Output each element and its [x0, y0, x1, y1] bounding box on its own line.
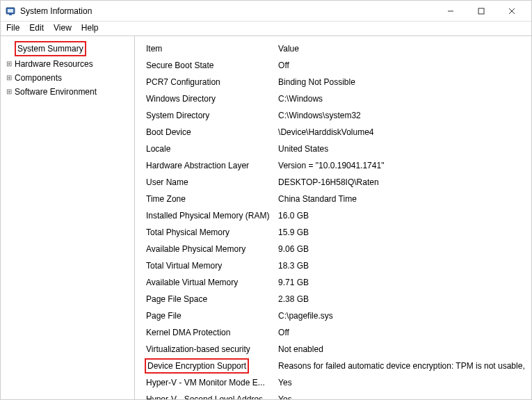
cell-value: United States: [274, 141, 529, 157]
cell-item: PCR7 Configuration: [142, 74, 274, 90]
cell-item: Hyper-V - VM Monitor Mode E...: [142, 374, 274, 391]
cell-value: Yes: [274, 374, 529, 391]
table-row[interactable]: Virtualization-based securityNot enabled: [142, 341, 529, 358]
table-row[interactable]: Windows DirectoryC:\Windows: [142, 90, 529, 107]
table-row[interactable]: PCR7 ConfigurationBinding Not Possible: [142, 74, 529, 90]
table-row[interactable]: Installed Physical Memory (RAM)16.0 GB: [142, 207, 529, 224]
expand-icon[interactable]: ⊞: [5, 58, 13, 70]
sidebar-item-components[interactable]: ⊞Components: [3, 71, 131, 85]
cell-value: 16.0 GB: [274, 207, 529, 224]
highlight-box: System Summary: [15, 41, 86, 56]
table-row[interactable]: User NameDESKTOP-16H58IQ\Raten: [142, 174, 529, 191]
cell-item: Available Physical Memory: [142, 241, 274, 257]
cell-item: System Directory: [142, 107, 274, 124]
cell-value: C:\Windows\system32: [274, 107, 529, 124]
cell-value: Binding Not Possible: [274, 74, 529, 90]
header-value[interactable]: Value: [274, 40, 529, 57]
cell-value: Reasons for failed automatic device encr…: [274, 358, 529, 374]
svg-rect-4: [478, 8, 484, 14]
svg-rect-2: [9, 14, 12, 15]
table-row[interactable]: Available Virtual Memory9.71 GB: [142, 274, 529, 291]
cell-value: C:\Windows: [274, 90, 529, 107]
cell-item: Device Encryption Support: [142, 358, 274, 374]
table-row[interactable]: Hyper-V - VM Monitor Mode E...Yes: [142, 374, 529, 391]
window-title: System Information: [20, 6, 435, 16]
cell-value: \Device\HarddiskVolume4: [274, 124, 529, 141]
cell-value: DESKTOP-16H58IQ\Raten: [274, 174, 529, 191]
cell-item: Locale: [142, 141, 274, 157]
expand-icon[interactable]: ⊞: [5, 72, 13, 84]
cell-item: Page File Space: [142, 291, 274, 307]
table-row[interactable]: Total Physical Memory15.9 GB: [142, 224, 529, 241]
table-row[interactable]: Time ZoneChina Standard Time: [142, 191, 529, 207]
table-row[interactable]: System DirectoryC:\Windows\system32: [142, 107, 529, 124]
cell-item: Total Physical Memory: [142, 224, 274, 241]
cell-value: 9.71 GB: [274, 274, 529, 291]
cell-value: China Standard Time: [274, 191, 529, 207]
cell-value: 15.9 GB: [274, 224, 529, 241]
cell-item: Windows Directory: [142, 90, 274, 107]
cell-value: 18.3 GB: [274, 257, 529, 274]
menu-edit[interactable]: Edit: [29, 23, 44, 33]
cell-value: Version = "10.0.19041.1741": [274, 157, 529, 174]
msinfo32-icon: [5, 6, 16, 17]
cell-item: Virtualization-based security: [142, 341, 274, 358]
table-row[interactable]: Kernel DMA ProtectionOff: [142, 324, 529, 341]
cell-value: Off: [274, 57, 529, 74]
cell-item: Hyper-V - Second Level Addres...: [142, 391, 274, 399]
sidebar-item-label: Hardware Resources: [15, 58, 93, 70]
table-row[interactable]: Hardware Abstraction LayerVersion = "10.…: [142, 157, 529, 174]
cell-value: Not enabled: [274, 341, 529, 358]
titlebar: System Information: [1, 1, 531, 22]
table-row[interactable]: Boot Device\Device\HarddiskVolume4: [142, 124, 529, 141]
maximize-button[interactable]: [466, 1, 497, 21]
minimize-button[interactable]: [435, 1, 466, 21]
cell-item: User Name: [142, 174, 274, 191]
menu-view[interactable]: View: [54, 23, 72, 33]
table-row[interactable]: Available Physical Memory9.06 GB: [142, 241, 529, 257]
table-row[interactable]: Page File Space2.38 GB: [142, 291, 529, 307]
close-button[interactable]: [497, 1, 527, 21]
info-table: Item Value Secure Boot StateOffPCR7 Conf…: [142, 40, 529, 399]
sidebar-item-label: Components: [15, 72, 62, 84]
sidebar-item-label: System Summary: [17, 44, 83, 54]
sidebar-item-hardware-resources[interactable]: ⊞Hardware Resources: [3, 57, 131, 71]
table-row[interactable]: Hyper-V - Second Level Addres...Yes: [142, 391, 529, 399]
sidebar-item-system-summary[interactable]: System Summary: [3, 40, 131, 57]
cell-item: Kernel DMA Protection: [142, 324, 274, 341]
cell-value: C:\pagefile.sys: [274, 307, 529, 324]
cell-item: Available Virtual Memory: [142, 274, 274, 291]
cell-item: Installed Physical Memory (RAM): [142, 207, 274, 224]
highlight-box: Device Encryption Support: [145, 358, 249, 374]
table-row[interactable]: Device Encryption SupportReasons for fai…: [142, 358, 529, 374]
table-row[interactable]: Total Virtual Memory18.3 GB: [142, 257, 529, 274]
menu-help[interactable]: Help: [81, 23, 99, 33]
cell-value: 2.38 GB: [274, 291, 529, 307]
menubar: File Edit View Help: [1, 22, 531, 36]
sidebar-item-label: Software Environment: [15, 86, 97, 98]
cell-item: Time Zone: [142, 191, 274, 207]
table-row[interactable]: LocaleUnited States: [142, 141, 529, 157]
cell-item: Secure Boot State: [142, 57, 274, 74]
sidebar-item-software-environment[interactable]: ⊞Software Environment: [3, 85, 131, 99]
sidebar: System Summary⊞Hardware Resources⊞Compon…: [1, 36, 135, 399]
table-row[interactable]: Secure Boot StateOff: [142, 57, 529, 74]
header-item[interactable]: Item: [142, 40, 274, 57]
svg-rect-1: [8, 9, 13, 13]
content-area: System Summary⊞Hardware Resources⊞Compon…: [1, 36, 531, 399]
cell-item: Hardware Abstraction Layer: [142, 157, 274, 174]
cell-value: Off: [274, 324, 529, 341]
table-row[interactable]: Page FileC:\pagefile.sys: [142, 307, 529, 324]
cell-item: Boot Device: [142, 124, 274, 141]
cell-item: Page File: [142, 307, 274, 324]
cell-value: 9.06 GB: [274, 241, 529, 257]
main-panel: Item Value Secure Boot StateOffPCR7 Conf…: [135, 36, 531, 399]
cell-item: Total Virtual Memory: [142, 257, 274, 274]
menu-file[interactable]: File: [6, 23, 19, 33]
cell-value: Yes: [274, 391, 529, 399]
expand-icon[interactable]: ⊞: [5, 86, 13, 98]
